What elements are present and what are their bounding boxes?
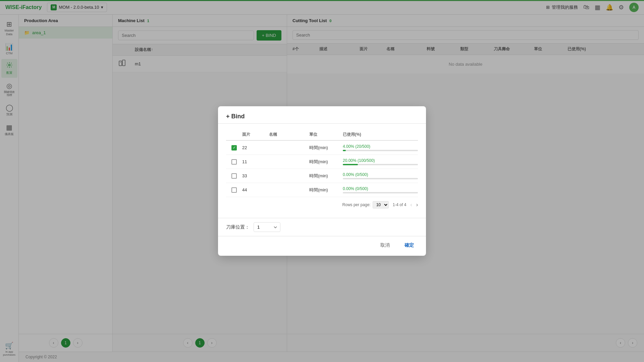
dialog-row-2-progress-fill bbox=[343, 164, 358, 165]
dialog-actions: 取消 確定 bbox=[218, 236, 426, 256]
dialog-row-4-progress: 0.00% (0/500) bbox=[343, 186, 418, 193]
dialog-col-used: 已使用(%) bbox=[343, 132, 418, 137]
dialog-row-3-progress-bg bbox=[343, 178, 418, 179]
dialog-row-3-checkbox-cell bbox=[226, 173, 242, 179]
dialog-row-2-progress-bg bbox=[343, 164, 418, 165]
dialog-row-2-face: 11 bbox=[242, 159, 269, 164]
bind-dialog: + Bind 面片 名稱 單位 已使用(%) 22 時間(min) 4.00% … bbox=[218, 106, 426, 256]
location-select[interactable]: 1 2 3 4 5 bbox=[254, 222, 280, 232]
dialog-row-3-face: 33 bbox=[242, 173, 269, 178]
modal-overlay: + Bind 面片 名稱 單位 已使用(%) 22 時間(min) 4.00% … bbox=[0, 0, 644, 362]
dialog-row-2-checkbox-cell bbox=[226, 159, 242, 165]
dialog-row-1-progress-bg bbox=[343, 150, 418, 151]
dialog-col-checkbox bbox=[226, 132, 242, 137]
dialog-row-3-checkbox[interactable] bbox=[231, 173, 237, 179]
dialog-location-section: 刀庫位置： 1 2 3 4 5 bbox=[218, 218, 426, 236]
rows-per-page-section: Rows per page: 10 25 50 bbox=[342, 201, 389, 208]
dialog-row-1-checkbox-cell bbox=[226, 145, 242, 150]
page-info: 1-4 of 4 bbox=[393, 202, 407, 207]
dialog-row-3-unit: 時間(min) bbox=[309, 173, 343, 179]
dialog-row-1-unit: 時間(min) bbox=[309, 145, 343, 151]
dialog-row-1-checkbox[interactable] bbox=[231, 145, 237, 150]
dialog-row-4-unit: 時間(min) bbox=[309, 187, 343, 193]
dialog-table-header: 面片 名稱 單位 已使用(%) bbox=[226, 129, 418, 141]
location-label: 刀庫位置： bbox=[226, 224, 250, 230]
rows-per-page-label: Rows per page: bbox=[342, 202, 371, 207]
dialog-row-4: 44 時間(min) 0.00% (0/500) bbox=[226, 183, 418, 197]
dialog-row-3-progress: 0.00% (0/500) bbox=[343, 172, 418, 179]
dialog-title: + Bind bbox=[226, 113, 418, 120]
dialog-pagination-row: Rows per page: 10 25 50 1-4 of 4 ‹ › bbox=[226, 197, 418, 213]
dialog-row-1-face: 22 bbox=[242, 145, 269, 150]
dialog-row-1-progress: 4.00% (20/500) bbox=[343, 144, 418, 151]
dialog-col-unit: 單位 bbox=[309, 132, 343, 137]
confirm-button[interactable]: 確定 bbox=[400, 240, 418, 250]
dialog-col-name: 名稱 bbox=[269, 132, 309, 137]
cancel-button[interactable]: 取消 bbox=[376, 240, 394, 250]
dialog-col-face: 面片 bbox=[242, 132, 269, 137]
dialog-row-4-face: 44 bbox=[242, 187, 269, 192]
dialog-row-3: 33 時間(min) 0.00% (0/500) bbox=[226, 169, 418, 183]
dialog-row-4-progress-bg bbox=[343, 192, 418, 193]
dialog-row-4-checkbox[interactable] bbox=[231, 187, 237, 193]
dialog-header: + Bind bbox=[218, 106, 426, 124]
dialog-row-2-progress: 20.00% (100/500) bbox=[343, 158, 418, 165]
dialog-row-1-progress-fill bbox=[343, 150, 346, 151]
rows-per-page-select[interactable]: 10 25 50 bbox=[373, 201, 389, 208]
dialog-next-page-btn[interactable]: › bbox=[416, 202, 418, 208]
dialog-row-2-unit: 時間(min) bbox=[309, 159, 343, 165]
dialog-row-1: 22 時間(min) 4.00% (20/500) bbox=[226, 141, 418, 155]
dialog-row-2: 11 時間(min) 20.00% (100/500) bbox=[226, 155, 418, 169]
dialog-body: 面片 名稱 單位 已使用(%) 22 時間(min) 4.00% (20/500… bbox=[218, 124, 426, 218]
location-row: 刀庫位置： 1 2 3 4 5 bbox=[226, 222, 418, 232]
dialog-row-2-checkbox[interactable] bbox=[231, 159, 237, 165]
dialog-prev-page-btn[interactable]: ‹ bbox=[410, 202, 412, 208]
dialog-row-4-checkbox-cell bbox=[226, 187, 242, 193]
